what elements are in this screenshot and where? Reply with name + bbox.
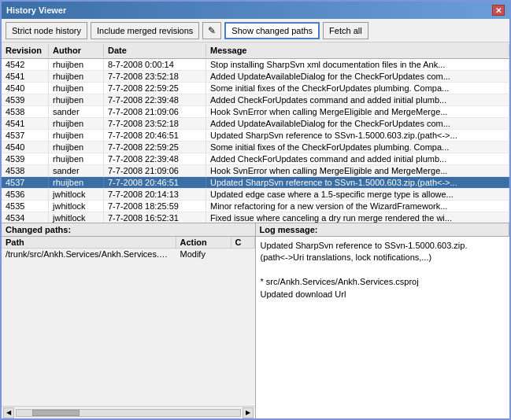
message-cell: Updated edge case where a 1.5-specific m… (206, 189, 509, 200)
date-cell: 7-7-2008 18:25:59 (104, 201, 206, 212)
title-bar: History Viewer ✕ (2, 2, 509, 19)
paths-table-body[interactable]: /trunk/src/Ankh.Services/Ankh.Services.c… (2, 249, 255, 406)
pencil-icon-button[interactable]: ✎ (202, 22, 221, 39)
message-cell: Updated SharpSvn reference to SSvn-1.500… (206, 177, 509, 188)
revision-cell: 4538 (2, 165, 49, 176)
message-cell: Added UpdateAvailableDialog for the Chec… (206, 118, 509, 129)
log-line: Updated SharpSvn reference to SSvn-1.500… (261, 240, 505, 252)
scroll-left-arrow[interactable]: ◀ (3, 407, 14, 418)
scroll-right-arrow[interactable]: ▶ (243, 407, 254, 418)
revision-header: Revision (2, 44, 49, 57)
date-cell: 7-7-2008 23:52:18 (104, 71, 206, 82)
path-cell: /trunk/src/Ankh.Services/Ankh.Services.c… (2, 249, 176, 260)
revision-cell: 4540 (2, 83, 49, 94)
log-message-panel: Updated SharpSvn reference to SSvn-1.500… (256, 237, 510, 418)
revision-cell: 4539 (2, 94, 49, 105)
pencil-icon: ✎ (208, 25, 216, 36)
paths-panel: Path Action C /trunk/src/Ankh.Services/A… (2, 237, 256, 418)
date-cell: 7-7-2008 23:52:18 (104, 118, 206, 129)
author-cell: rhuijben (49, 71, 104, 82)
table-row[interactable]: 4540rhuijben7-7-2008 22:59:25Some initia… (2, 83, 509, 94)
revisions-table: Revision Author Date Message 4542rhuijbe… (2, 42, 509, 223)
date-cell: 7-7-2008 22:39:48 (104, 153, 206, 164)
action-column-header: Action (176, 237, 231, 248)
message-cell: Updated SharpSvn reference to SSvn-1.500… (206, 130, 509, 141)
revision-cell: 4542 (2, 59, 49, 70)
log-message-label: Log message: (256, 223, 510, 236)
message-cell: Stop installing SharpSvn xml documentati… (206, 59, 509, 70)
date-cell: 7-7-2008 21:09:06 (104, 165, 206, 176)
scroll-track[interactable] (16, 409, 241, 417)
table-row[interactable]: 4541rhuijben7-7-2008 23:52:18Added Updat… (2, 118, 509, 130)
fetch-all-button[interactable]: Fetch all (323, 22, 368, 39)
revision-cell: 4534 (2, 212, 49, 223)
author-cell: rhuijben (49, 118, 104, 129)
bottom-section-headers: Changed paths: Log message: (2, 223, 509, 237)
message-cell: Hook SvnError when calling MergeEligible… (206, 165, 509, 176)
table-row[interactable]: 4538sander7-7-2008 21:09:06Hook SvnError… (2, 165, 509, 177)
path-column-header: Path (2, 237, 176, 248)
author-cell: rhuijben (49, 94, 104, 105)
revision-cell: 4541 (2, 71, 49, 82)
table-row[interactable]: 4535jwhitlock7-7-2008 18:25:59Minor refa… (2, 201, 509, 212)
include-merged-revisions-button[interactable]: Include merged revisions (91, 22, 199, 39)
changed-paths-label: Changed paths: (2, 223, 256, 236)
author-cell: rhuijben (49, 153, 104, 164)
revision-cell: 4540 (2, 142, 49, 153)
message-cell: Added UpdateAvailableDialog for the Chec… (206, 71, 509, 82)
table-row[interactable]: 4537rhuijben7-7-2008 20:46:51Updated Sha… (2, 177, 509, 189)
author-cell: rhuijben (49, 59, 104, 70)
c-cell (231, 249, 255, 260)
show-changed-paths-button[interactable]: Show changed paths (224, 22, 320, 39)
log-line: Updated download Url (261, 289, 505, 300)
toolbar: Strict node history Include merged revis… (2, 19, 509, 42)
date-cell: 7-7-2008 16:52:31 (104, 212, 206, 223)
date-cell: 7-7-2008 20:14:13 (104, 189, 206, 200)
revision-cell: 4536 (2, 189, 49, 200)
bottom-area: Changed paths: Log message: Path Action … (2, 223, 509, 418)
table-row[interactable]: 4540rhuijben7-7-2008 22:59:25Some initia… (2, 142, 509, 153)
revision-cell: 4537 (2, 177, 49, 188)
revision-cell: 4541 (2, 118, 49, 129)
date-header: Date (104, 44, 206, 57)
table-row[interactable]: 4536jwhitlock7-7-2008 20:14:13Updated ed… (2, 189, 509, 201)
message-cell: Minor refactoring for a new version of t… (206, 201, 509, 212)
message-cell: Fixed issue where canceling a dry run me… (206, 212, 509, 223)
message-header: Message (206, 44, 509, 57)
message-cell: Some initial fixes of the CheckForUpdate… (206, 142, 509, 153)
table-row[interactable]: 4542rhuijben8-7-2008 0:00:14Stop install… (2, 59, 509, 71)
revision-cell: 4535 (2, 201, 49, 212)
author-cell: rhuijben (49, 83, 104, 94)
date-cell: 7-7-2008 22:39:48 (104, 94, 206, 105)
author-cell: rhuijben (49, 142, 104, 153)
message-cell: Some initial fixes of the CheckForUpdate… (206, 83, 509, 94)
table-row[interactable]: 4534jwhitlock7-7-2008 16:52:31Fixed issu… (2, 212, 509, 223)
table-row[interactable]: 4537rhuijben7-7-2008 20:46:51Updated Sha… (2, 130, 509, 142)
revision-cell: 4537 (2, 130, 49, 141)
author-cell: sander (49, 106, 104, 117)
c-column-header: C (231, 237, 255, 248)
table-row[interactable]: 4539rhuijben7-7-2008 22:39:48Added Check… (2, 94, 509, 106)
table-row[interactable]: 4538sander7-7-2008 21:09:06Hook SvnError… (2, 106, 509, 118)
message-cell: Added CheckForUpdates command and added … (206, 94, 509, 105)
table-row[interactable]: 4539rhuijben7-7-2008 22:39:48Added Check… (2, 153, 509, 165)
date-cell: 7-7-2008 20:46:51 (104, 130, 206, 141)
scroll-thumb[interactable] (32, 410, 80, 416)
strict-node-history-button[interactable]: Strict node history (6, 22, 87, 39)
table-row[interactable]: 4541rhuijben7-7-2008 23:52:18Added Updat… (2, 71, 509, 83)
message-cell: Added CheckForUpdates command and added … (206, 153, 509, 164)
table-body[interactable]: 4542rhuijben8-7-2008 0:00:14Stop install… (2, 59, 509, 223)
revision-cell: 4538 (2, 106, 49, 117)
message-cell: Hook SvnError when calling MergeEligible… (206, 106, 509, 117)
paths-table-header: Path Action C (2, 237, 255, 249)
action-cell: Modify (176, 249, 231, 260)
paths-horizontal-scrollbar[interactable]: ◀ ▶ (2, 406, 255, 418)
author-header: Author (49, 44, 104, 57)
close-button[interactable]: ✕ (492, 5, 505, 16)
log-line: (path<->Uri translations, lock notificat… (261, 252, 505, 263)
path-row[interactable]: /trunk/src/Ankh.Services/Ankh.Services.c… (2, 249, 255, 260)
log-line (261, 264, 505, 276)
log-line: * src/Ankh.Services/Ankh.Services.csproj (261, 276, 505, 288)
history-viewer-window: History Viewer ✕ Strict node history Inc… (0, 0, 511, 420)
window-title: History Viewer (6, 6, 66, 15)
